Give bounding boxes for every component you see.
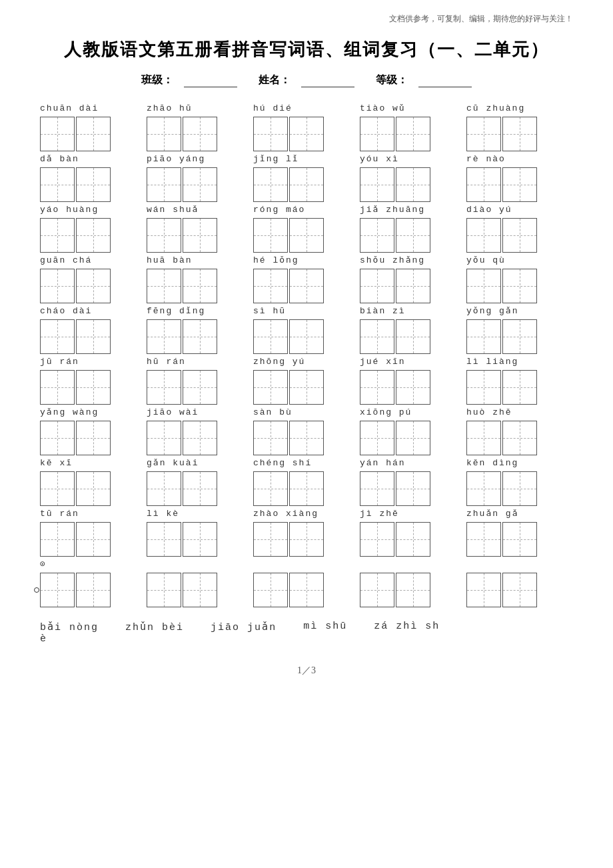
char-box[interactable] — [360, 522, 394, 557]
char-box[interactable] — [183, 319, 217, 354]
char-box[interactable] — [396, 421, 430, 455]
char-box[interactable] — [183, 370, 217, 405]
char-box[interactable] — [289, 117, 324, 151]
char-box[interactable] — [502, 471, 537, 506]
char-box[interactable] — [360, 167, 394, 202]
char-box[interactable] — [76, 522, 111, 557]
char-box[interactable] — [147, 319, 181, 354]
char-box[interactable] — [183, 269, 217, 303]
char-box[interactable] — [502, 522, 537, 557]
char-box[interactable] — [396, 471, 430, 506]
char-box[interactable] — [502, 573, 537, 607]
char-box[interactable] — [76, 421, 111, 455]
char-box[interactable] — [289, 269, 324, 303]
char-box[interactable] — [253, 370, 288, 405]
char-box[interactable] — [396, 370, 430, 405]
char-box[interactable] — [289, 370, 324, 405]
char-box[interactable] — [147, 167, 181, 202]
char-box[interactable] — [466, 471, 501, 506]
char-box[interactable] — [253, 117, 288, 151]
char-box[interactable] — [289, 573, 324, 607]
char-box[interactable] — [40, 522, 75, 557]
char-box[interactable] — [40, 167, 75, 202]
char-box[interactable] — [253, 471, 288, 506]
char-box[interactable] — [466, 167, 501, 202]
char-box[interactable] — [289, 167, 324, 202]
char-box[interactable] — [289, 319, 324, 354]
char-box[interactable] — [147, 117, 181, 151]
char-box[interactable] — [360, 319, 394, 354]
char-box[interactable] — [147, 573, 181, 607]
char-box[interactable] — [502, 269, 537, 303]
char-box[interactable] — [183, 218, 217, 253]
char-box[interactable] — [396, 522, 430, 557]
char-box[interactable] — [466, 573, 501, 607]
char-box[interactable] — [289, 218, 324, 253]
char-box[interactable] — [253, 319, 288, 354]
char-box[interactable] — [76, 573, 111, 607]
char-box[interactable] — [183, 421, 217, 455]
char-box[interactable] — [466, 117, 501, 151]
char-box[interactable] — [396, 218, 430, 253]
char-box[interactable] — [76, 471, 111, 506]
char-box[interactable] — [360, 269, 394, 303]
char-box[interactable] — [466, 269, 501, 303]
level-blank[interactable] — [418, 75, 472, 87]
char-box[interactable] — [396, 117, 430, 151]
char-box[interactable] — [502, 117, 537, 151]
char-box[interactable] — [76, 370, 111, 405]
char-box[interactable] — [40, 573, 75, 607]
char-box[interactable] — [360, 117, 394, 151]
class-blank[interactable] — [184, 75, 237, 87]
char-box[interactable] — [360, 573, 394, 607]
char-box[interactable] — [253, 167, 288, 202]
char-box[interactable] — [502, 167, 537, 202]
char-box[interactable] — [183, 117, 217, 151]
char-box[interactable] — [76, 167, 111, 202]
char-box[interactable] — [76, 117, 111, 151]
char-box[interactable] — [360, 471, 394, 506]
char-box[interactable] — [147, 471, 181, 506]
char-box[interactable] — [183, 471, 217, 506]
char-box[interactable] — [466, 319, 501, 354]
char-box[interactable] — [396, 269, 430, 303]
name-blank[interactable] — [301, 75, 354, 87]
char-box[interactable] — [360, 218, 394, 253]
char-box[interactable] — [183, 573, 217, 607]
char-box[interactable] — [147, 522, 181, 557]
char-box[interactable] — [502, 218, 537, 253]
char-box[interactable] — [40, 218, 75, 253]
char-box[interactable] — [502, 421, 537, 455]
char-box[interactable] — [396, 319, 430, 354]
char-box[interactable] — [147, 269, 181, 303]
char-box[interactable] — [502, 319, 537, 354]
char-box[interactable] — [40, 370, 75, 405]
char-box[interactable] — [253, 218, 288, 253]
char-box[interactable] — [396, 167, 430, 202]
char-box[interactable] — [466, 522, 501, 557]
char-box[interactable] — [147, 218, 181, 253]
char-box[interactable] — [183, 167, 217, 202]
char-box[interactable] — [147, 370, 181, 405]
char-box[interactable] — [289, 471, 324, 506]
char-box[interactable] — [502, 370, 537, 405]
char-box[interactable] — [466, 370, 501, 405]
char-box[interactable] — [76, 319, 111, 354]
char-box[interactable] — [289, 421, 324, 455]
char-box[interactable] — [253, 573, 288, 607]
char-box[interactable] — [40, 421, 75, 455]
char-box[interactable] — [360, 421, 394, 455]
char-box[interactable] — [40, 269, 75, 303]
char-box[interactable] — [40, 117, 75, 151]
char-box[interactable] — [76, 218, 111, 253]
char-box[interactable] — [76, 269, 111, 303]
char-box[interactable] — [396, 573, 430, 607]
char-box[interactable] — [289, 522, 324, 557]
char-box[interactable] — [40, 471, 75, 506]
char-box[interactable] — [40, 319, 75, 354]
char-box[interactable] — [183, 522, 217, 557]
char-box[interactable] — [147, 421, 181, 455]
char-box[interactable] — [360, 370, 394, 405]
char-box[interactable] — [253, 522, 288, 557]
char-box[interactable] — [253, 421, 288, 455]
